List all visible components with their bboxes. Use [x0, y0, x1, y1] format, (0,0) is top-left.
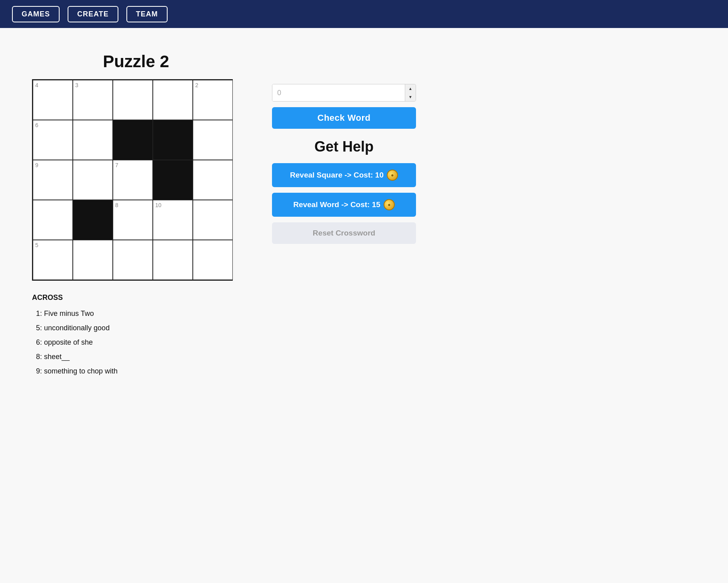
cell-number-3: 3 — [75, 82, 78, 88]
coin-icon-word: ● — [384, 199, 395, 210]
cell-2-0[interactable]: 9 — [33, 160, 73, 200]
reset-crossword-button[interactable]: Reset Crossword — [272, 222, 416, 244]
cell-3-3[interactable]: 10 — [153, 200, 193, 240]
reveal-word-label: Reveal Word -> Cost: 15 — [293, 200, 380, 209]
cell-1-2 — [113, 120, 153, 160]
cell-3-4[interactable] — [193, 200, 233, 240]
cell-number-9: 9 — [35, 162, 38, 168]
get-help-title: Get Help — [272, 138, 416, 155]
spinner-arrows: ▲ ▼ — [405, 84, 416, 101]
cell-1-0[interactable]: 6 — [33, 120, 73, 160]
cell-4-3[interactable] — [153, 240, 193, 280]
cell-0-0[interactable]: 4 — [33, 80, 73, 120]
cell-0-2[interactable] — [113, 80, 153, 120]
cell-2-2[interactable]: 7 — [113, 160, 153, 200]
spinner-down-button[interactable]: ▼ — [405, 93, 416, 101]
cell-4-0[interactable]: 5 — [33, 240, 73, 280]
right-panel: ▲ ▼ Check Word Get Help Reveal Square ->… — [272, 84, 416, 244]
spinner-up-button[interactable]: ▲ — [405, 84, 416, 93]
spinner-input[interactable] — [272, 84, 405, 101]
cell-4-2[interactable] — [113, 240, 153, 280]
cell-0-3[interactable] — [153, 80, 193, 120]
nav-team-button[interactable]: TEAM — [126, 6, 168, 22]
reveal-word-button[interactable]: Reveal Word -> Cost: 15 ● — [272, 193, 416, 217]
cell-number-2: 2 — [195, 82, 198, 88]
main-content: Puzzle 2 4326978105 ACROSS 1: Five minus… — [0, 28, 728, 394]
check-word-button[interactable]: Check Word — [272, 107, 416, 129]
cell-0-4[interactable]: 2 — [193, 80, 233, 120]
crossword-grid[interactable]: 4326978105 — [32, 79, 233, 281]
cell-2-3 — [153, 160, 193, 200]
cell-4-4[interactable] — [193, 240, 233, 280]
left-panel: Puzzle 2 4326978105 ACROSS 1: Five minus… — [32, 52, 240, 378]
nav-create-button[interactable]: CREATE — [68, 6, 118, 22]
clue-across-5: 5: unconditionally good — [36, 321, 118, 335]
across-header: ACROSS — [32, 290, 118, 305]
cell-number-4: 4 — [35, 82, 38, 88]
cell-1-4[interactable] — [193, 120, 233, 160]
cell-3-0[interactable] — [33, 200, 73, 240]
clue-across-9: 9: something to chop with — [36, 364, 118, 378]
cell-2-1[interactable] — [73, 160, 113, 200]
clue-across-1: 1: Five minus Two — [36, 306, 118, 321]
navbar: GAMES CREATE TEAM — [0, 0, 728, 28]
cell-number-7: 7 — [115, 162, 118, 168]
cell-3-2[interactable]: 8 — [113, 200, 153, 240]
cell-number-10: 10 — [155, 202, 162, 208]
cell-number-8: 8 — [115, 202, 118, 208]
clue-across-6: 6: opposite of she — [36, 335, 118, 349]
reveal-square-button[interactable]: Reveal Square -> Cost: 10 ● — [272, 163, 416, 187]
clues-list: 1: Five minus Two5: unconditionally good… — [32, 306, 118, 378]
coin-icon-square: ● — [387, 170, 398, 181]
cell-3-1 — [73, 200, 113, 240]
clues-section: ACROSS 1: Five minus Two5: unconditional… — [32, 290, 118, 378]
reveal-square-label: Reveal Square -> Cost: 10 — [290, 171, 384, 180]
cell-0-1[interactable]: 3 — [73, 80, 113, 120]
puzzle-title: Puzzle 2 — [32, 52, 240, 71]
spinner-row[interactable]: ▲ ▼ — [272, 84, 416, 102]
cell-4-1[interactable] — [73, 240, 113, 280]
cell-2-4[interactable] — [193, 160, 233, 200]
nav-games-button[interactable]: GAMES — [12, 6, 60, 22]
cell-number-5: 5 — [35, 242, 38, 248]
cell-number-6: 6 — [35, 122, 38, 128]
cell-1-1[interactable] — [73, 120, 113, 160]
clue-across-8: 8: sheet__ — [36, 349, 118, 364]
cell-1-3 — [153, 120, 193, 160]
